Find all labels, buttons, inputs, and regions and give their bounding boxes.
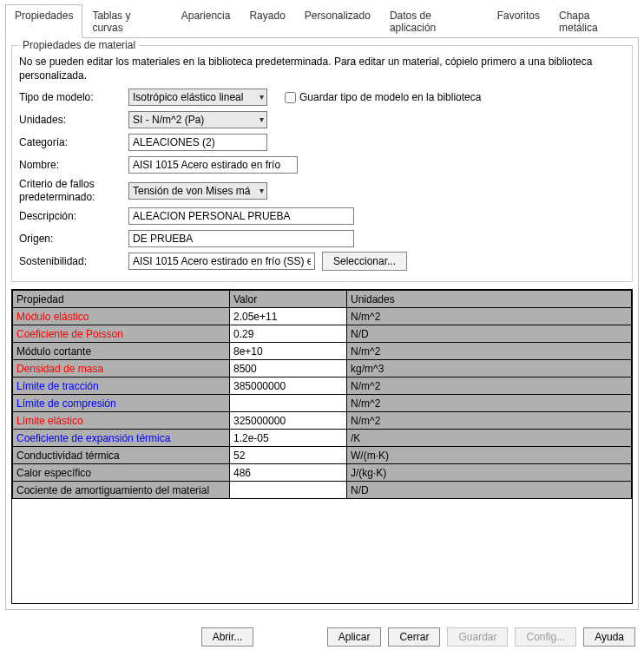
prop-value-cell[interactable]: 8500: [230, 360, 347, 377]
tab-favoritos[interactable]: Favoritos: [488, 4, 549, 38]
label-tipo-modelo: Tipo de modelo:: [19, 91, 128, 103]
prop-value-cell[interactable]: 2.05e+11: [230, 308, 347, 325]
input-sostenibilidad[interactable]: [128, 253, 315, 270]
col-valor: Valor: [230, 291, 347, 308]
table-row: Calor específico486J/(kg·K): [13, 464, 632, 482]
table-row: Límite elástico325000000N/m^2: [13, 412, 632, 430]
select-unidades[interactable]: [128, 111, 267, 128]
table-row: Módulo elástico2.05e+11N/m^2: [13, 308, 632, 325]
tab-apariencia[interactable]: Apariencia: [172, 4, 240, 38]
prop-value-cell[interactable]: 0.29: [230, 325, 347, 343]
prop-value-cell[interactable]: 52: [230, 447, 347, 464]
config-button[interactable]: Config...: [515, 627, 576, 647]
tab-datos-de-aplicaci-n[interactable]: Datos de aplicación: [380, 4, 488, 38]
table-row: Densidad de masa8500kg/m^3: [13, 360, 632, 377]
tab-propiedades[interactable]: Propiedades: [5, 4, 82, 38]
prop-name-cell: Módulo cortante: [13, 343, 230, 360]
prop-name-cell: Coeficiente de Poisson: [13, 325, 230, 343]
col-propiedad: Propiedad: [13, 291, 230, 308]
prop-name-cell: Módulo elástico: [13, 308, 230, 325]
select-criterio[interactable]: [128, 182, 267, 200]
info-text: No se pueden editar los materiales en la…: [19, 55, 625, 82]
prop-units-cell[interactable]: J/(kg·K): [347, 464, 632, 482]
tab-bar: PropiedadesTablas y curvasAparienciaRaya…: [5, 3, 639, 38]
prop-units-cell[interactable]: W/(m·K): [347, 447, 632, 464]
abrir-button[interactable]: Abrir...: [201, 627, 254, 647]
property-table: Propiedad Valor Unidades Módulo elástico…: [12, 290, 632, 499]
prop-name-cell: Densidad de masa: [13, 360, 230, 377]
tab-chapa-met-lica[interactable]: Chapa metálica: [549, 4, 639, 38]
ayuda-button[interactable]: Ayuda: [583, 627, 635, 647]
prop-name-cell: Cociente de amortiguamiento del material: [13, 482, 230, 499]
prop-value-cell[interactable]: [230, 395, 347, 412]
table-empty-area: [12, 499, 632, 603]
prop-units-cell[interactable]: /K: [347, 430, 632, 447]
label-criterio: Criterio de fallos predeterminado:: [19, 178, 128, 203]
prop-name-cell: Límite de tracción: [13, 377, 230, 395]
prop-units-cell[interactable]: N/D: [347, 482, 632, 499]
prop-name-cell: Límite elástico: [13, 412, 230, 430]
fieldset-legend: Propiedades de material: [19, 39, 139, 51]
prop-units-cell[interactable]: N/m^2: [347, 343, 632, 360]
properties-panel: Propiedades de material No se pueden edi…: [5, 38, 639, 610]
table-row: Conductividad térmica52W/(m·K): [13, 447, 632, 464]
select-tipo-modelo[interactable]: [128, 89, 267, 106]
table-row: Módulo cortante8e+10N/m^2: [13, 343, 632, 360]
label-origen: Origen:: [19, 233, 128, 245]
prop-units-cell[interactable]: N/D: [347, 325, 632, 343]
seleccionar-button[interactable]: Seleccionar...: [322, 252, 407, 271]
table-row: Límite de tracción385000000N/m^2: [13, 377, 632, 395]
label-unidades: Unidades:: [19, 114, 128, 126]
label-categoria: Categoría:: [19, 136, 128, 148]
checkbox-guardar-tipo[interactable]: [285, 92, 296, 103]
input-categoria[interactable]: [128, 134, 267, 151]
prop-units-cell[interactable]: N/m^2: [347, 308, 632, 325]
table-row: Coeficiente de expansión térmica1.2e-05/…: [13, 430, 632, 447]
prop-value-cell[interactable]: [230, 482, 347, 499]
tab-rayado[interactable]: Rayado: [240, 4, 294, 38]
input-origen[interactable]: [128, 230, 354, 247]
prop-name-cell: Coeficiente de expansión térmica: [13, 430, 230, 447]
input-nombre[interactable]: [128, 156, 298, 174]
prop-value-cell[interactable]: 486: [230, 464, 347, 482]
prop-value-cell[interactable]: 385000000: [230, 377, 347, 395]
property-table-wrap: Propiedad Valor Unidades Módulo elástico…: [11, 289, 633, 604]
prop-units-cell[interactable]: N/m^2: [347, 377, 632, 395]
prop-units-cell[interactable]: N/m^2: [347, 395, 632, 412]
tab-tablas-y-curvas[interactable]: Tablas y curvas: [82, 4, 171, 38]
table-row: Coeficiente de Poisson0.29N/D: [13, 325, 632, 343]
prop-value-cell[interactable]: 8e+10: [230, 343, 347, 360]
guardar-button[interactable]: Guardar: [447, 627, 508, 647]
prop-name-cell: Conductividad térmica: [13, 447, 230, 464]
input-descripcion[interactable]: [128, 207, 354, 225]
table-row: Límite de compresiónN/m^2: [13, 395, 632, 412]
tab-personalizado[interactable]: Personalizado: [295, 4, 380, 38]
prop-name-cell: Límite de compresión: [13, 395, 230, 412]
aplicar-button[interactable]: Aplicar: [327, 627, 382, 647]
prop-name-cell: Calor específico: [13, 464, 230, 482]
col-unidades: Unidades: [347, 291, 632, 308]
label-descripcion: Descripción:: [19, 210, 128, 222]
prop-units-cell[interactable]: N/m^2: [347, 412, 632, 430]
label-nombre: Nombre:: [19, 159, 128, 171]
prop-value-cell[interactable]: 325000000: [230, 412, 347, 430]
label-sostenibilidad: Sostenibilidad:: [19, 255, 128, 267]
material-props-fieldset: Propiedades de material No se pueden edi…: [11, 45, 633, 282]
table-row: Cociente de amortiguamiento del material…: [13, 482, 632, 499]
footer-button-bar: Abrir... Aplicar Cerrar Guardar Config..…: [0, 610, 644, 657]
cerrar-button[interactable]: Cerrar: [388, 627, 440, 647]
label-guardar-tipo: Guardar tipo de modelo en la biblioteca: [299, 91, 481, 103]
prop-units-cell[interactable]: kg/m^3: [347, 360, 632, 377]
prop-value-cell[interactable]: 1.2e-05: [230, 430, 347, 447]
